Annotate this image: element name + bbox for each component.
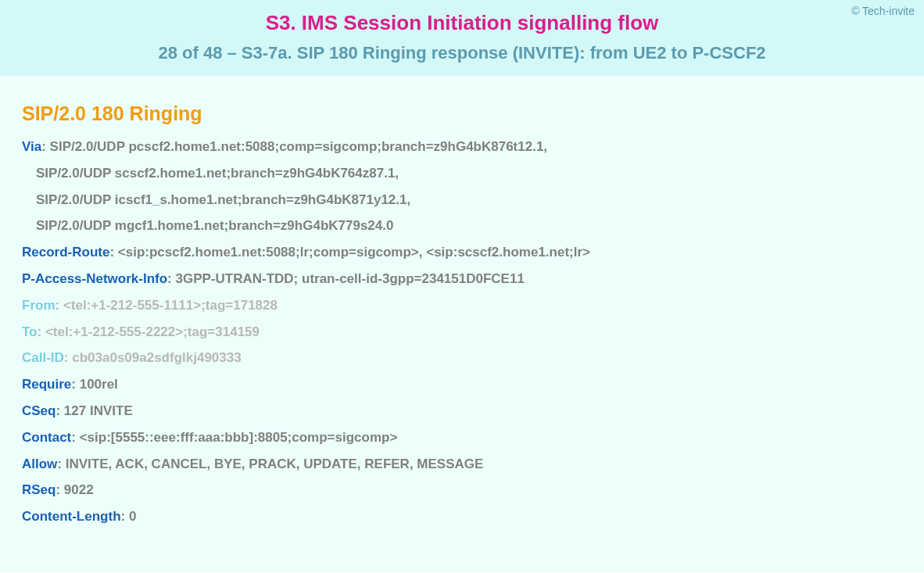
sip-header-value: <tel:+1-212-555-1111>;tag=171828	[63, 298, 278, 313]
sip-header-value: cb03a0s09a2sdfglkj490333	[72, 350, 241, 365]
sip-status-line: SIP/2.0 180 Ringing	[22, 102, 902, 125]
sip-header-name: From	[22, 298, 56, 313]
header-block: © Tech-invite S3. IMS Session Initiation…	[0, 0, 924, 76]
sip-header-line: Via: SIP/2.0/UDP pcscf2.home1.net:5088;c…	[22, 138, 902, 156]
sip-header-value: 0	[129, 509, 136, 524]
sip-header-value: 9022	[64, 482, 94, 497]
sip-headers-container: Via: SIP/2.0/UDP pcscf2.home1.net:5088;c…	[22, 138, 902, 526]
content-block: SIP/2.0 180 Ringing Via: SIP/2.0/UDP pcs…	[0, 76, 924, 572]
sip-header-value: 127 INVITE	[64, 403, 133, 418]
sip-header-value: 3GPP-UTRAN-TDD; utran-cell-id-3gpp=23415…	[176, 271, 525, 286]
sip-header-continuation: SIP/2.0/UDP scscf2.home1.net;branch=z9hG…	[22, 164, 902, 183]
sip-header-name: Content-Length	[22, 509, 121, 524]
sip-header-name: Record-Route	[22, 245, 109, 260]
sip-header-continuation: SIP/2.0/UDP mgcf1.home1.net;branch=z9hG4…	[22, 217, 902, 235]
sip-header-value: <sip:pcscf2.home1.net:5088;lr;comp=sigco…	[118, 245, 590, 260]
sip-header-line: Call-ID: cb03a0s09a2sdfglkj490333	[22, 349, 902, 367]
sip-header-line: RSeq: 9022	[22, 481, 902, 500]
sip-header-line: Record-Route: <sip:pcscf2.home1.net:5088…	[22, 243, 902, 262]
sip-header-value: <sip:[5555::eee:fff:aaa:bbb]:8805;comp=s…	[80, 430, 398, 445]
copyright-text: © Tech-invite	[851, 5, 915, 17]
sip-header-line: To: <tel:+1-212-555-2222>;tag=314159	[22, 323, 902, 342]
sip-header-value: <tel:+1-212-555-2222>;tag=314159	[45, 324, 260, 339]
sip-header-line: CSeq: 127 INVITE	[22, 402, 902, 421]
sip-header-value: INVITE, ACK, CANCEL, BYE, PRACK, UPDATE,…	[66, 457, 484, 471]
sip-header-line: P-Access-Network-Info: 3GPP-UTRAN-TDD; u…	[22, 270, 902, 288]
sip-header-name: P-Access-Network-Info	[22, 271, 167, 286]
page-subtitle: 28 of 48 – S3-7a. SIP 180 Ringing respon…	[13, 43, 911, 63]
page-title: S3. IMS Session Initiation signalling fl…	[13, 11, 911, 35]
sip-header-name: To	[22, 324, 38, 339]
sip-header-name: CSeq	[22, 403, 56, 418]
sip-header-line: Content-Length: 0	[22, 507, 902, 526]
sip-header-line: Allow: INVITE, ACK, CANCEL, BYE, PRACK, …	[22, 455, 902, 474]
sip-header-name: Require	[22, 377, 71, 392]
sip-header-name: Via	[22, 139, 41, 154]
sip-header-line: Contact: <sip:[5555::eee:fff:aaa:bbb]:88…	[22, 428, 902, 447]
sip-header-name: RSeq	[22, 482, 56, 497]
sip-header-value: SIP/2.0/UDP pcscf2.home1.net:5088;comp=s…	[50, 139, 547, 154]
sip-header-name: Allow	[22, 457, 57, 471]
sip-header-value: 100rel	[80, 377, 118, 392]
sip-header-line: Require: 100rel	[22, 375, 902, 394]
sip-header-name: Contact	[22, 430, 71, 445]
sip-header-continuation: SIP/2.0/UDP icscf1_s.home1.net;branch=z9…	[22, 191, 902, 210]
sip-header-line: From: <tel:+1-212-555-1111>;tag=171828	[22, 296, 902, 315]
sip-header-name: Call-ID	[22, 350, 64, 365]
